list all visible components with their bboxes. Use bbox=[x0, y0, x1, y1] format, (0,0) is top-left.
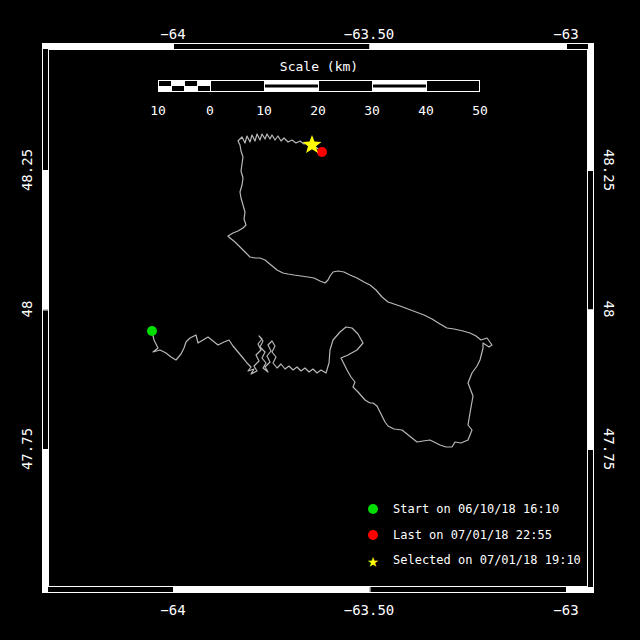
legend-label-selected: Selected on 07/01/18 19:10 bbox=[393, 550, 581, 570]
x-axis-label-bottom-3: −63 bbox=[553, 602, 578, 618]
y-axis-label-left-2: 48 bbox=[19, 301, 35, 318]
scale-label-6: 50 bbox=[472, 103, 488, 118]
x-axis-label-top-2: −63.50 bbox=[344, 26, 395, 42]
scale-segment-midline bbox=[264, 85, 318, 88]
x-axis-label-top-1: −64 bbox=[160, 26, 185, 42]
plot-window: −64 −63.50 −63 −64 −63.50 −63 48.25 48 4… bbox=[0, 0, 640, 640]
start-marker bbox=[147, 326, 157, 336]
y-axis-label-right-3: 47.75 bbox=[601, 428, 617, 470]
x-axis-label-top-3: −63 bbox=[553, 26, 578, 42]
x-axis-label-bottom-1: −64 bbox=[160, 602, 185, 618]
legend-label-start: Start on 06/10/18 16:10 bbox=[393, 499, 559, 519]
last-marker bbox=[317, 147, 327, 157]
x-axis-label-bottom-2: −63.50 bbox=[344, 602, 395, 618]
scale-label-5: 40 bbox=[418, 103, 434, 118]
y-axis-label-right-2: 48 bbox=[601, 301, 617, 318]
legend-label-last: Last on 07/01/18 22:55 bbox=[393, 525, 552, 545]
selected-star-icon: ★ bbox=[363, 550, 383, 570]
y-axis-label-right-1: 48.25 bbox=[601, 149, 617, 191]
scale-label-2: 10 bbox=[256, 103, 272, 118]
scale-segment-midline bbox=[372, 85, 426, 88]
scale-label-0: 10 bbox=[150, 103, 166, 118]
scale-bar-title: Scale (km) bbox=[280, 59, 358, 74]
last-circle-icon bbox=[363, 525, 383, 545]
scale-label-4: 30 bbox=[364, 103, 380, 118]
y-axis-label-left-1: 48.25 bbox=[19, 149, 35, 191]
y-axis-label-left-3: 47.75 bbox=[19, 428, 35, 470]
drifter-track bbox=[152, 134, 492, 447]
legend-item-last: Last on 07/01/18 22:55 bbox=[363, 525, 552, 545]
scale-label-3: 20 bbox=[310, 103, 326, 118]
legend-item-start: Start on 06/10/18 16:10 bbox=[363, 499, 559, 519]
scale-label-1: 0 bbox=[206, 103, 214, 118]
start-circle-icon bbox=[363, 499, 383, 519]
legend-item-selected: ★ Selected on 07/01/18 19:10 bbox=[363, 550, 581, 570]
